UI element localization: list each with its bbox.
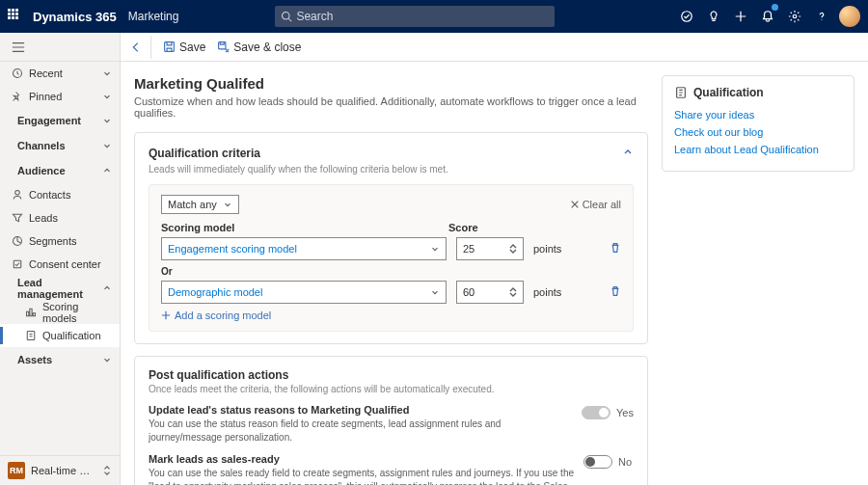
clear-all-button[interactable]: Clear all xyxy=(570,199,621,210)
criteria-subtitle: Leads will immediately qualify when the … xyxy=(149,164,634,175)
criteria-title: Qualification criteria xyxy=(149,147,260,160)
nav-section-assets[interactable]: Assets xyxy=(0,347,120,372)
qualification-criteria-card: Qualification criteria Leads will immedi… xyxy=(134,132,648,344)
command-bar: Save Save & close xyxy=(121,33,868,62)
criteria-row: Engagement scoring model 25 points xyxy=(161,237,621,260)
col-score: Score xyxy=(448,222,478,233)
nav-pinned[interactable]: Pinned xyxy=(0,85,120,108)
settings-icon[interactable] xyxy=(781,0,808,33)
nav-recent[interactable]: Recent xyxy=(0,62,120,85)
svg-point-2 xyxy=(793,14,797,18)
nav-qualification[interactable]: Qualification xyxy=(0,324,120,347)
nav-scoring-models[interactable]: Scoring models xyxy=(0,301,120,324)
link-learn-qualification[interactable]: Learn about Lead Qualification xyxy=(674,144,842,155)
nav-section-lead-management[interactable]: Lead management xyxy=(0,276,120,301)
delete-row-button[interactable] xyxy=(610,283,621,301)
help-title: Qualification xyxy=(693,86,764,99)
actions-subtitle: Once leads meet the criteria, the follow… xyxy=(149,384,634,394)
actions-title: Post qualification actions xyxy=(149,368,288,382)
score-input[interactable]: 60 xyxy=(456,281,524,304)
lightbulb-icon[interactable] xyxy=(700,0,727,33)
user-avatar[interactable] xyxy=(839,6,860,27)
collapse-criteria-button[interactable] xyxy=(622,145,634,162)
help-icon[interactable] xyxy=(808,0,835,33)
unit-label: points xyxy=(533,243,561,255)
svg-point-4 xyxy=(15,191,20,196)
brand-label: Dynamics 365 xyxy=(33,10,117,24)
criteria-builder: Match any Clear all Scoring model Score … xyxy=(149,184,634,332)
nav-consent[interactable]: Consent center xyxy=(0,253,120,276)
link-blog[interactable]: Check out our blog xyxy=(674,126,842,138)
hamburger-icon[interactable] xyxy=(0,33,120,62)
or-label: Or xyxy=(161,266,621,277)
unit-label: points xyxy=(533,286,561,298)
delete-row-button[interactable] xyxy=(610,240,621,257)
nav-section-engagement[interactable]: Engagement xyxy=(0,108,120,133)
link-share-ideas[interactable]: Share your ideas xyxy=(674,109,842,121)
criteria-row: Demographic model 60 points xyxy=(161,281,621,304)
nav-section-channels[interactable]: Channels xyxy=(0,133,120,158)
action-sales-ready: Mark leads as sales-ready You can use th… xyxy=(149,453,634,485)
scoring-model-select[interactable]: Engagement scoring model xyxy=(161,237,447,260)
action-update-status: Update lead's status reasons to Marketin… xyxy=(149,404,634,444)
col-scoring-model: Scoring model xyxy=(161,222,448,233)
page-title: Marketing Qualifed xyxy=(134,75,648,92)
save-close-button[interactable]: Save & close xyxy=(217,40,301,54)
notifications-icon[interactable] xyxy=(754,0,781,33)
nav-leads[interactable]: Leads xyxy=(0,206,120,229)
area-badge: RM xyxy=(8,462,25,479)
toggle-sales-ready[interactable] xyxy=(583,455,612,469)
module-label: Marketing xyxy=(128,10,179,23)
app-launcher-icon[interactable] xyxy=(8,9,23,24)
nav-contacts[interactable]: Contacts xyxy=(0,183,120,206)
back-button[interactable] xyxy=(128,36,151,59)
search-placeholder: Search xyxy=(296,10,333,23)
post-qualification-card: Post qualification actions Once leads me… xyxy=(134,356,648,485)
save-button[interactable]: Save xyxy=(163,40,205,54)
score-input[interactable]: 25 xyxy=(456,237,524,260)
global-search[interactable]: Search xyxy=(275,6,555,27)
main-region: Save Save & close Marketing Qualifed Cus… xyxy=(121,33,868,485)
svg-rect-6 xyxy=(14,260,21,268)
nav-segments[interactable]: Segments xyxy=(0,229,120,253)
sidebar: Recent Pinned Engagement Channels Audien… xyxy=(0,33,121,485)
match-selector[interactable]: Match any xyxy=(161,195,239,214)
add-scoring-model-button[interactable]: Add a scoring model xyxy=(161,310,621,321)
svg-rect-8 xyxy=(165,42,175,52)
page-description: Customize when and how leads should be q… xyxy=(134,95,648,119)
svg-point-0 xyxy=(283,13,290,20)
scoring-model-select[interactable]: Demographic model xyxy=(161,281,447,304)
help-panel: Qualification Share your ideas Check out… xyxy=(662,75,854,172)
svg-point-1 xyxy=(682,12,692,22)
area-switcher[interactable]: RM Real-time marketi... xyxy=(0,455,120,485)
add-icon[interactable] xyxy=(727,0,754,33)
toggle-update-status[interactable] xyxy=(582,406,610,419)
svg-rect-7 xyxy=(27,332,35,340)
nav-section-audience[interactable]: Audience xyxy=(0,158,120,183)
task-icon[interactable] xyxy=(673,0,700,33)
top-bar: Dynamics 365 Marketing Search xyxy=(0,0,868,33)
